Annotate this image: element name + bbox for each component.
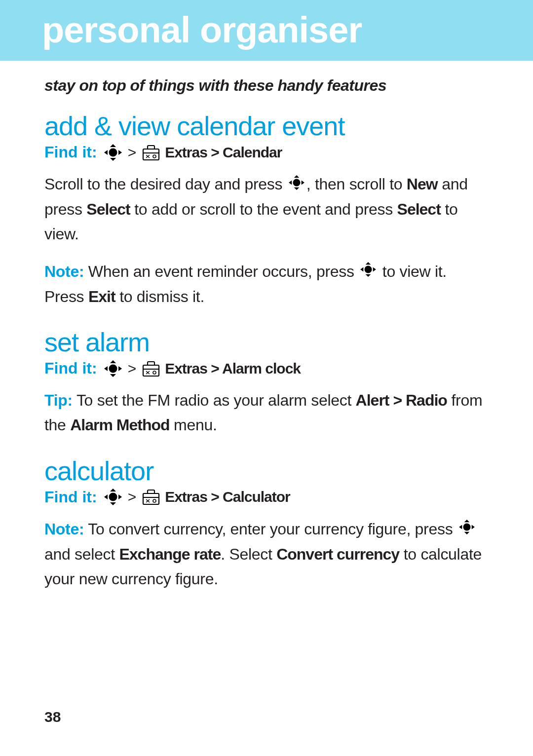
text: To set the FM radio as your alarm select [73,391,356,409]
find-it-label: Find it: [44,143,97,161]
nav-key-icon [457,517,477,542]
svg-point-5 [153,155,156,158]
find-it-label: Find it: [44,359,97,378]
svg-marker-2 [104,150,108,155]
page-content: stay on top of things with these handy f… [0,61,533,591]
svg-marker-25 [118,494,122,499]
text: and select [44,545,119,563]
gt-separator: > [127,489,138,505]
svg-point-32 [463,524,470,531]
find-it-label: Find it: [44,488,97,506]
svg-marker-12 [366,274,371,277]
svg-marker-14 [373,267,376,272]
label-select: Select [397,200,441,218]
extras-toolbox-icon [141,360,161,377]
nav-key-icon [103,489,123,505]
calendar-body: Scroll to the desired day and press , th… [44,172,489,247]
svg-point-20 [109,364,117,373]
svg-marker-31 [472,525,475,529]
svg-marker-19 [118,366,122,371]
text: To convert currency, enter your currency… [84,520,457,538]
label-exchange-rate: Exchange rate [119,545,221,563]
svg-marker-18 [104,366,108,371]
tip-label: Tip: [44,391,73,409]
svg-marker-3 [118,150,122,155]
gt-separator: > [127,144,138,161]
svg-marker-0 [110,144,116,147]
section-heading-calendar: add & view calendar event [44,111,489,141]
svg-marker-1 [110,158,116,161]
svg-marker-13 [360,267,363,272]
find-it-alarm: Find it: > Extras > Alarm clock [44,359,489,378]
text: to dismiss it. [115,288,204,305]
find-it-calendar: Find it: > Extras > Calendar [44,143,489,161]
nav-key-icon [287,173,306,197]
extras-toolbox-icon [141,489,161,505]
svg-marker-7 [294,187,300,189]
page-number: 38 [44,709,61,725]
nav-key-icon [358,260,378,284]
text: to add or scroll to the event and press [130,200,397,218]
svg-marker-29 [464,532,470,534]
page-banner: personal organiser [0,0,533,61]
page-subtitle: stay on top of things with these handy f… [44,76,489,95]
svg-point-15 [365,266,372,273]
svg-point-27 [153,499,156,502]
find-it-calculator: Find it: > Extras > Calculator [44,488,489,506]
svg-point-4 [109,148,117,156]
banner-title: personal organiser [42,9,533,51]
svg-marker-30 [459,525,462,529]
gt-separator: > [127,360,138,377]
svg-marker-17 [110,374,116,377]
text: Scroll to the desired day and press [44,175,287,193]
note-label: Note: [44,520,84,538]
breadcrumb-path: Extras > Calendar [165,144,282,161]
calendar-note: Note: When an event reminder occurs, pre… [44,260,489,309]
text: , then scroll to [306,175,407,193]
text: . Select [221,545,276,563]
section-heading-alarm: set alarm [44,327,489,357]
svg-marker-6 [294,175,300,178]
label-new: New [407,175,438,193]
svg-marker-23 [110,502,116,505]
svg-point-21 [153,371,156,374]
svg-point-26 [109,493,117,501]
label-convert-currency: Convert currency [276,545,399,563]
alarm-tip: Tip: To set the FM radio as your alarm s… [44,388,489,437]
note-label: Note: [44,263,84,280]
breadcrumb-path: Extras > Alarm clock [165,360,301,377]
section-heading-calculator: calculator [44,455,489,486]
svg-marker-24 [104,494,108,499]
svg-point-10 [293,179,300,186]
text: menu. [170,416,217,434]
svg-marker-9 [302,180,305,185]
breadcrumb-path: Extras > Calculator [165,489,290,505]
svg-marker-16 [110,360,116,363]
svg-marker-11 [366,262,371,265]
label-alarm-method: Alarm Method [70,416,169,434]
svg-marker-22 [110,489,116,491]
nav-key-icon [103,360,123,377]
nav-key-icon [103,144,123,161]
calculator-note: Note: To convert currency, enter your cu… [44,517,489,592]
extras-toolbox-icon [141,144,161,161]
label-select: Select [86,200,130,218]
label-exit: Exit [88,288,115,305]
svg-marker-8 [289,180,292,185]
label-alert-radio: Alert > Radio [356,391,447,409]
svg-marker-28 [464,520,470,522]
text: When an event reminder occurs, press [84,263,358,280]
